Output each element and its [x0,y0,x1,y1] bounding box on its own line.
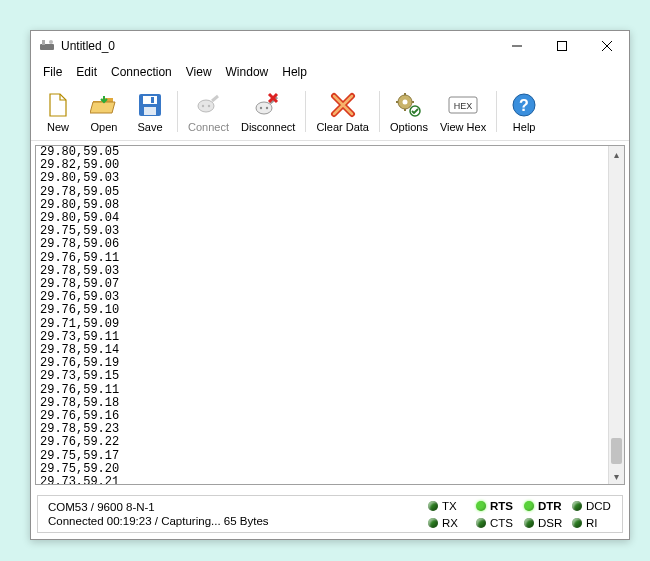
led-cts: CTS [476,517,516,529]
help-label: Help [513,121,536,133]
svg-point-13 [208,105,210,107]
save-label: Save [137,121,162,133]
svg-point-12 [202,105,204,107]
maximize-button[interactable] [539,32,584,60]
disconnect-plug-icon [253,90,283,120]
scroll-up-icon[interactable]: ▴ [609,146,625,162]
open-folder-icon [89,90,119,120]
toolbar-separator [496,91,497,132]
window-title: Untitled_0 [61,39,494,53]
terminal-line: 29.73,59.11 [40,330,119,344]
led-ri: RI [572,517,612,529]
statusbar-wrapper: COM53 / 9600 8-N-1 Connected 00:19:23 / … [31,489,629,539]
svg-text:HEX: HEX [454,101,473,111]
terminal-line: 29.76,59.16 [40,409,119,423]
menu-file[interactable]: File [37,63,68,81]
connect-button[interactable]: Connect [183,87,234,136]
toolbar-separator [305,91,306,132]
new-button[interactable]: New [36,87,80,136]
scroll-down-icon[interactable]: ▾ [609,468,625,484]
status-connection: Connected 00:19:23 / Capturing... 65 Byt… [48,515,418,527]
svg-rect-8 [143,96,157,104]
clear-button[interactable]: Clear Data [311,87,374,136]
led-icon [524,518,534,528]
save-button[interactable]: Save [128,87,172,136]
led-icon [524,501,534,511]
terminal-line: 29.80,59.08 [40,198,119,212]
terminal-line: 29.76,59.22 [40,435,119,449]
terminal-line: 29.75,59.20 [40,462,119,476]
svg-rect-9 [144,107,156,115]
app-window: Untitled_0 File Edit Connection View Win… [30,30,630,540]
terminal-output[interactable]: 29.80,59.05 29.82,59.00 29.80,59.03 29.7… [36,146,608,484]
options-button[interactable]: Options [385,87,433,136]
led-tx: TX [428,500,468,512]
terminal-line: 29.80,59.03 [40,171,119,185]
scrollbar-thumb[interactable] [611,438,622,464]
menu-window[interactable]: Window [220,63,275,81]
svg-rect-4 [557,42,566,51]
terminal-line: 29.78,59.06 [40,237,119,251]
close-button[interactable] [584,32,629,60]
terminal-line: 29.78,59.18 [40,396,119,410]
scrollbar-track[interactable] [609,162,624,468]
clear-label: Clear Data [316,121,369,133]
statusbar: COM53 / 9600 8-N-1 Connected 00:19:23 / … [37,495,623,533]
toolbar-separator [177,91,178,132]
svg-point-16 [266,107,268,109]
led-icon [572,518,582,528]
led-icon [428,518,438,528]
led-dsr: DSR [524,517,564,529]
menu-view[interactable]: View [180,63,218,81]
toolbar: New Open Save Connect Disconnect [31,85,629,141]
terminal-line: 29.73,59.21 [40,475,119,484]
terminal-line: 29.75,59.17 [40,449,119,463]
led-dcd: DCD [572,500,612,512]
terminal-panel: 29.80,59.05 29.82,59.00 29.80,59.03 29.7… [35,145,625,485]
open-button[interactable]: Open [82,87,126,136]
terminal-line: 29.76,59.11 [40,251,119,265]
terminal-line: 29.71,59.09 [40,317,119,331]
disconnect-label: Disconnect [241,121,295,133]
titlebar[interactable]: Untitled_0 [31,31,629,61]
viewhex-label: View Hex [440,121,486,133]
vertical-scrollbar[interactable]: ▴ ▾ [608,146,624,484]
terminal-line: 29.78,59.07 [40,277,119,291]
terminal-line: 29.76,59.11 [40,383,119,397]
led-dtr: DTR [524,500,564,512]
status-left: COM53 / 9600 8-N-1 Connected 00:19:23 / … [38,496,428,532]
svg-point-14 [256,102,272,114]
new-label: New [47,121,69,133]
terminal-line: 29.73,59.15 [40,369,119,383]
menu-connection[interactable]: Connection [105,63,178,81]
terminal-line: 29.78,59.14 [40,343,119,357]
connect-plug-icon [193,90,223,120]
svg-point-2 [49,40,53,44]
svg-rect-10 [151,97,154,103]
open-label: Open [91,121,118,133]
connect-label: Connect [188,121,229,133]
led-icon [428,501,438,511]
led-icon [476,518,486,528]
svg-point-15 [260,107,262,109]
terminal-line: 29.75,59.03 [40,224,119,238]
status-leds: TX RTS DTR DCD RX CTS DSR RI [428,496,622,532]
hex-icon: HEX [448,90,478,120]
help-button[interactable]: ? Help [502,87,546,136]
led-icon [476,501,486,511]
terminal-line: 29.78,59.03 [40,264,119,278]
svg-rect-1 [42,40,45,45]
led-rts: RTS [476,500,516,512]
menu-help[interactable]: Help [276,63,313,81]
menu-edit[interactable]: Edit [70,63,103,81]
svg-text:?: ? [519,97,529,114]
help-question-icon: ? [509,90,539,120]
terminal-line: 29.76,59.19 [40,356,119,370]
minimize-button[interactable] [494,32,539,60]
svg-point-20 [402,100,407,105]
viewhex-button[interactable]: HEX View Hex [435,87,491,136]
disconnect-button[interactable]: Disconnect [236,87,300,136]
options-gear-icon [394,90,424,120]
led-icon [572,501,582,511]
terminal-line: 29.78,59.23 [40,422,119,436]
